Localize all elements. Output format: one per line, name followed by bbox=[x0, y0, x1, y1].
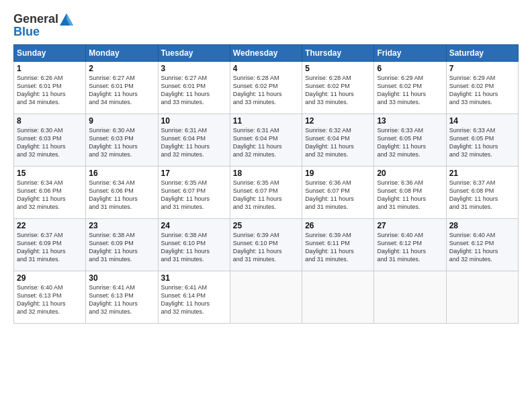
day-number: 27 bbox=[377, 221, 443, 230]
calendar-header-thursday: Thursday bbox=[302, 45, 374, 62]
day-number: 19 bbox=[305, 169, 371, 178]
calendar-header-wednesday: Wednesday bbox=[230, 45, 302, 62]
page-header: General Blue bbox=[13, 12, 519, 39]
day-number: 13 bbox=[377, 116, 443, 126]
day-info: Sunrise: 6:33 AM Sunset: 6:05 PM Dayligh… bbox=[377, 126, 443, 159]
day-info: Sunrise: 6:28 AM Sunset: 6:02 PM Dayligh… bbox=[305, 74, 371, 107]
calendar-cell: 24Sunrise: 6:38 AM Sunset: 6:10 PM Dayli… bbox=[158, 219, 230, 271]
day-info: Sunrise: 6:35 AM Sunset: 6:07 PM Dayligh… bbox=[233, 179, 299, 212]
calendar-cell bbox=[446, 271, 518, 324]
day-number: 17 bbox=[161, 169, 227, 178]
calendar-header-saturday: Saturday bbox=[446, 45, 518, 62]
day-number: 8 bbox=[17, 116, 83, 126]
day-info: Sunrise: 6:38 AM Sunset: 6:10 PM Dayligh… bbox=[161, 231, 227, 264]
day-info: Sunrise: 6:30 AM Sunset: 6:03 PM Dayligh… bbox=[17, 126, 83, 159]
calendar-cell: 11Sunrise: 6:31 AM Sunset: 6:04 PM Dayli… bbox=[230, 114, 302, 167]
calendar-cell: 9Sunrise: 6:30 AM Sunset: 6:03 PM Daylig… bbox=[86, 114, 158, 167]
calendar-cell: 30Sunrise: 6:41 AM Sunset: 6:13 PM Dayli… bbox=[86, 271, 158, 324]
calendar-cell: 7Sunrise: 6:29 AM Sunset: 6:02 PM Daylig… bbox=[446, 62, 518, 114]
calendar-cell: 5Sunrise: 6:28 AM Sunset: 6:02 PM Daylig… bbox=[302, 62, 374, 114]
day-number: 12 bbox=[305, 116, 371, 126]
day-info: Sunrise: 6:40 AM Sunset: 6:13 PM Dayligh… bbox=[17, 283, 83, 316]
day-number: 26 bbox=[305, 221, 371, 230]
calendar-header-row: SundayMondayTuesdayWednesdayThursdayFrid… bbox=[14, 45, 519, 62]
day-info: Sunrise: 6:31 AM Sunset: 6:04 PM Dayligh… bbox=[233, 126, 299, 159]
day-number: 5 bbox=[305, 64, 371, 73]
calendar-cell bbox=[374, 271, 446, 324]
calendar-cell: 8Sunrise: 6:30 AM Sunset: 6:03 PM Daylig… bbox=[14, 114, 86, 167]
calendar-header-friday: Friday bbox=[374, 45, 446, 62]
day-number: 1 bbox=[17, 64, 83, 73]
calendar-cell: 17Sunrise: 6:35 AM Sunset: 6:07 PM Dayli… bbox=[158, 167, 230, 219]
calendar-cell bbox=[302, 271, 374, 324]
calendar-cell: 29Sunrise: 6:40 AM Sunset: 6:13 PM Dayli… bbox=[14, 271, 86, 324]
day-info: Sunrise: 6:27 AM Sunset: 6:01 PM Dayligh… bbox=[89, 74, 154, 107]
day-info: Sunrise: 6:34 AM Sunset: 6:06 PM Dayligh… bbox=[17, 179, 83, 212]
calendar-cell: 22Sunrise: 6:37 AM Sunset: 6:09 PM Dayli… bbox=[14, 219, 86, 271]
day-info: Sunrise: 6:40 AM Sunset: 6:12 PM Dayligh… bbox=[449, 231, 515, 264]
calendar-week-row: 15Sunrise: 6:34 AM Sunset: 6:06 PM Dayli… bbox=[14, 167, 519, 219]
logo: General Blue bbox=[13, 12, 73, 39]
calendar-week-row: 8Sunrise: 6:30 AM Sunset: 6:03 PM Daylig… bbox=[14, 114, 519, 167]
calendar-cell: 14Sunrise: 6:33 AM Sunset: 6:05 PM Dayli… bbox=[446, 114, 518, 167]
day-number: 10 bbox=[161, 116, 227, 126]
calendar-cell bbox=[230, 271, 302, 324]
day-number: 7 bbox=[449, 64, 515, 73]
calendar-cell: 2Sunrise: 6:27 AM Sunset: 6:01 PM Daylig… bbox=[86, 62, 158, 114]
day-info: Sunrise: 6:36 AM Sunset: 6:07 PM Dayligh… bbox=[305, 179, 371, 212]
calendar-cell: 27Sunrise: 6:40 AM Sunset: 6:12 PM Dayli… bbox=[374, 219, 446, 271]
day-info: Sunrise: 6:28 AM Sunset: 6:02 PM Dayligh… bbox=[233, 74, 299, 107]
day-info: Sunrise: 6:29 AM Sunset: 6:02 PM Dayligh… bbox=[377, 74, 443, 107]
calendar-week-row: 22Sunrise: 6:37 AM Sunset: 6:09 PM Dayli… bbox=[14, 219, 519, 271]
logo-arrow-icon bbox=[60, 13, 73, 26]
day-info: Sunrise: 6:31 AM Sunset: 6:04 PM Dayligh… bbox=[161, 126, 227, 159]
day-info: Sunrise: 6:27 AM Sunset: 6:01 PM Dayligh… bbox=[161, 74, 227, 107]
calendar-cell: 4Sunrise: 6:28 AM Sunset: 6:02 PM Daylig… bbox=[230, 62, 302, 114]
day-info: Sunrise: 6:37 AM Sunset: 6:09 PM Dayligh… bbox=[17, 231, 83, 264]
calendar-cell: 6Sunrise: 6:29 AM Sunset: 6:02 PM Daylig… bbox=[374, 62, 446, 114]
day-info: Sunrise: 6:39 AM Sunset: 6:11 PM Dayligh… bbox=[305, 231, 371, 264]
day-number: 16 bbox=[89, 169, 154, 178]
day-info: Sunrise: 6:32 AM Sunset: 6:04 PM Dayligh… bbox=[305, 126, 371, 159]
calendar-cell: 3Sunrise: 6:27 AM Sunset: 6:01 PM Daylig… bbox=[158, 62, 230, 114]
calendar-cell: 31Sunrise: 6:41 AM Sunset: 6:14 PM Dayli… bbox=[158, 271, 230, 324]
day-number: 18 bbox=[233, 169, 299, 178]
day-number: 11 bbox=[233, 116, 299, 126]
logo-blue-text: Blue bbox=[13, 25, 73, 39]
calendar-cell: 10Sunrise: 6:31 AM Sunset: 6:04 PM Dayli… bbox=[158, 114, 230, 167]
calendar-cell: 25Sunrise: 6:39 AM Sunset: 6:10 PM Dayli… bbox=[230, 219, 302, 271]
day-info: Sunrise: 6:36 AM Sunset: 6:08 PM Dayligh… bbox=[377, 179, 443, 212]
calendar-cell: 18Sunrise: 6:35 AM Sunset: 6:07 PM Dayli… bbox=[230, 167, 302, 219]
day-number: 6 bbox=[377, 64, 443, 73]
calendar-table: SundayMondayTuesdayWednesdayThursdayFrid… bbox=[13, 44, 519, 324]
calendar-cell: 28Sunrise: 6:40 AM Sunset: 6:12 PM Dayli… bbox=[446, 219, 518, 271]
calendar-cell: 19Sunrise: 6:36 AM Sunset: 6:07 PM Dayli… bbox=[302, 167, 374, 219]
day-info: Sunrise: 6:41 AM Sunset: 6:13 PM Dayligh… bbox=[89, 283, 154, 316]
day-number: 15 bbox=[17, 169, 83, 178]
day-number: 2 bbox=[89, 64, 154, 73]
day-info: Sunrise: 6:37 AM Sunset: 6:08 PM Dayligh… bbox=[449, 179, 515, 212]
day-info: Sunrise: 6:40 AM Sunset: 6:12 PM Dayligh… bbox=[377, 231, 443, 264]
calendar-cell: 16Sunrise: 6:34 AM Sunset: 6:06 PM Dayli… bbox=[86, 167, 158, 219]
calendar-header-tuesday: Tuesday bbox=[158, 45, 230, 62]
calendar-header-monday: Monday bbox=[86, 45, 158, 62]
day-info: Sunrise: 6:29 AM Sunset: 6:02 PM Dayligh… bbox=[449, 74, 515, 107]
calendar-cell: 26Sunrise: 6:39 AM Sunset: 6:11 PM Dayli… bbox=[302, 219, 374, 271]
day-number: 28 bbox=[449, 221, 515, 230]
day-info: Sunrise: 6:38 AM Sunset: 6:09 PM Dayligh… bbox=[89, 231, 154, 264]
day-number: 30 bbox=[89, 273, 154, 283]
calendar-cell: 23Sunrise: 6:38 AM Sunset: 6:09 PM Dayli… bbox=[86, 219, 158, 271]
calendar-cell: 21Sunrise: 6:37 AM Sunset: 6:08 PM Dayli… bbox=[446, 167, 518, 219]
day-info: Sunrise: 6:41 AM Sunset: 6:14 PM Dayligh… bbox=[161, 283, 227, 316]
day-number: 22 bbox=[17, 221, 83, 230]
day-number: 3 bbox=[161, 64, 227, 73]
day-info: Sunrise: 6:35 AM Sunset: 6:07 PM Dayligh… bbox=[161, 179, 227, 212]
calendar-cell: 12Sunrise: 6:32 AM Sunset: 6:04 PM Dayli… bbox=[302, 114, 374, 167]
logo-general-text: General bbox=[13, 12, 58, 26]
day-number: 29 bbox=[17, 273, 83, 283]
day-number: 24 bbox=[161, 221, 227, 230]
day-info: Sunrise: 6:33 AM Sunset: 6:05 PM Dayligh… bbox=[449, 126, 515, 159]
day-info: Sunrise: 6:34 AM Sunset: 6:06 PM Dayligh… bbox=[89, 179, 154, 212]
calendar-week-row: 29Sunrise: 6:40 AM Sunset: 6:13 PM Dayli… bbox=[14, 271, 519, 324]
day-number: 14 bbox=[449, 116, 515, 126]
